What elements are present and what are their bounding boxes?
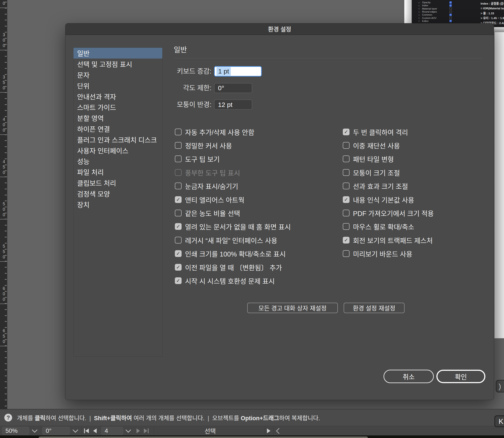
checkbox[interactable]: ✓ (175, 223, 182, 230)
checkbox-row[interactable]: ✓시작 시 시스템 호환성 문제 표시 (175, 274, 291, 287)
checkbox-row[interactable]: ✓내용 인식 기본값 사용 (343, 193, 434, 206)
status-segment: 오브젝트를 (212, 415, 241, 422)
checkbox-row[interactable]: PDF 가져오기에서 크기 적용 (343, 206, 434, 220)
artboard-dropdown-button[interactable] (124, 427, 133, 435)
app-screen: 250300350400450500550600650 ◇Opacity✓◇In… (0, 0, 504, 438)
sidebar-item[interactable]: 플러그 인과 스크래치 디스크 (74, 134, 162, 145)
render-setting-row[interactable]: ◇Round edges (418, 10, 452, 13)
checkbox-row[interactable]: ✓회전 보기의 트랙패드 제스처 (343, 233, 434, 247)
sidebar-item[interactable]: 검정색 모양 (74, 188, 162, 199)
checkbox[interactable] (175, 237, 182, 243)
checkbox-row[interactable]: ✓두 번 클릭하여 격리 (343, 125, 434, 139)
render-setting-label: Editor (422, 20, 448, 22)
checkbox[interactable] (175, 129, 182, 135)
checkbox-row[interactable]: 도구 팁 보기 (175, 152, 291, 166)
checkbox-row[interactable]: 자동 추가/삭제 사용 안함 (175, 125, 291, 139)
sidebar-item[interactable]: 파일 처리 (74, 166, 162, 177)
rotation-field[interactable]: 0° (42, 427, 70, 435)
checkbox-row[interactable]: 패턴 타일 변형 (343, 152, 434, 166)
checkbox-row[interactable]: 모퉁이 크기 조절 (343, 166, 434, 179)
checkbox[interactable] (175, 210, 182, 216)
checkbox-row[interactable]: 선과 효과 크기 조절 (343, 179, 434, 193)
checkbox-row[interactable]: 이중 재단선 사용 (343, 139, 434, 152)
checkbox-row[interactable]: 마우스 휠로 확대/축소 (343, 220, 434, 233)
checkbox[interactable]: ✓ (175, 277, 182, 284)
checkbox[interactable] (343, 250, 349, 257)
render-setting-row[interactable]: ◇Common✓ (418, 13, 452, 16)
rotation-dropdown-button[interactable] (71, 427, 80, 435)
status-segment: 클릭 (35, 415, 45, 422)
status-separator: | (205, 415, 212, 422)
ok-button[interactable]: 확인 (436, 370, 485, 383)
checkbox-row[interactable]: ✓인쇄 크기를 100% 확대/축소로 표시 (175, 247, 291, 260)
checkbox[interactable] (343, 223, 349, 230)
checkbox[interactable] (343, 210, 349, 216)
render-setting-row[interactable]: ◇Material layer (418, 7, 452, 10)
checkbox-row[interactable]: 눈금자 표시/숨기기 (175, 179, 291, 193)
checkbox[interactable] (175, 142, 182, 149)
sidebar-item[interactable]: 사용자 인터페이스 (74, 145, 162, 156)
reset-preferences-button[interactable]: 환경 설정 재설정 (344, 303, 405, 313)
checkbox[interactable] (175, 155, 182, 162)
checkbox-row[interactable]: 정밀한 커서 사용 (175, 139, 291, 152)
checkbox-row[interactable]: 같은 농도 비율 선택 (175, 206, 291, 220)
render-setting-checkbox[interactable]: ✓ (449, 14, 452, 16)
checkbox[interactable] (175, 169, 182, 176)
status-separator: | (86, 415, 94, 422)
checkbox[interactable] (343, 169, 349, 176)
checkbox-row[interactable]: ✓열려 있는 문서가 없을 때 홈 화면 표시 (175, 220, 291, 233)
sidebar-item[interactable]: 성능 (74, 156, 162, 166)
zoom-level-field[interactable]: 50% (2, 427, 29, 435)
checkbox[interactable] (343, 183, 349, 189)
zoom-dropdown-button[interactable] (30, 427, 39, 435)
sidebar-item[interactable]: 분할 영역 (74, 112, 162, 123)
render-setting-label: Material layer (422, 7, 448, 10)
sidebar-item[interactable]: 하이픈 연결 (74, 123, 162, 134)
checkbox[interactable]: ✓ (175, 196, 182, 203)
dialog-titlebar[interactable]: 환경 설정 (65, 23, 494, 35)
checkbox-row[interactable]: 풍부한 도구 팁 표시 (175, 166, 291, 179)
checkbox[interactable]: ✓ (343, 237, 349, 243)
render-setting-checkbox[interactable] (449, 17, 452, 19)
collapse-paren-button[interactable]: ) (496, 380, 504, 393)
sidebar-item[interactable]: 일반 (74, 48, 162, 59)
k-button[interactable]: K (494, 416, 504, 427)
keyboard-increment-input[interactable]: 1 pt (214, 66, 262, 77)
render-setting-row[interactable]: ◇Custom AOV (418, 16, 452, 19)
artboard-number-field[interactable]: 4 (101, 427, 123, 435)
render-setting-checkbox[interactable] (449, 11, 452, 13)
checkbox-row[interactable]: 미리보기 바운드 사용 (343, 247, 434, 260)
checkbox[interactable] (343, 142, 349, 149)
render-setting-checkbox[interactable]: ✓ (449, 1, 452, 4)
sidebar-item[interactable]: 클립보드 처리 (74, 177, 162, 188)
corner-radius-input[interactable]: 12 pt (214, 99, 252, 110)
previous-artboard-button[interactable] (93, 427, 97, 435)
checkbox-row[interactable]: ✓이전 파일을 열 때 〔변환됨〕 추가 (175, 260, 291, 274)
play-button[interactable] (267, 427, 270, 435)
checkbox[interactable]: ✓ (175, 250, 182, 257)
help-icon[interactable]: ? (4, 414, 12, 422)
render-setting-row[interactable]: ◇Index✓ (418, 4, 452, 7)
render-setting-checkbox[interactable]: ✓ (449, 20, 452, 22)
next-artboard-button[interactable] (136, 427, 140, 435)
render-setting-checkbox[interactable] (449, 7, 452, 10)
checkbox[interactable]: ✓ (343, 129, 349, 135)
render-setting-row[interactable]: ◇Editor✓ (418, 20, 452, 22)
last-artboard-button[interactable] (144, 427, 149, 435)
panel-collapse-button[interactable] (277, 427, 281, 435)
cancel-button[interactable]: 취소 (384, 370, 434, 383)
checkbox[interactable]: ✓ (343, 196, 349, 203)
checkbox[interactable] (175, 183, 182, 189)
constrain-angle-input[interactable]: 0° (214, 83, 252, 93)
chevron-down-icon (126, 427, 131, 433)
ruler-label: 400 (1, 116, 6, 133)
reset-warnings-button[interactable]: 모든 경고 대화 상자 재설정 (247, 303, 338, 313)
sidebar-item[interactable]: 장치 (74, 199, 162, 210)
render-setting-checkbox[interactable]: ✓ (449, 4, 452, 7)
checkbox-row[interactable]: ✓앤티 앨리어스 아트웍 (175, 193, 291, 206)
first-artboard-button[interactable] (84, 427, 89, 435)
checkbox[interactable] (343, 155, 349, 162)
checkbox[interactable]: ✓ (175, 264, 182, 271)
render-setting-row[interactable]: ◇Opacity✓ (418, 1, 452, 4)
checkbox-row[interactable]: 레거시 “새 파일” 인터페이스 사용 (175, 233, 291, 247)
